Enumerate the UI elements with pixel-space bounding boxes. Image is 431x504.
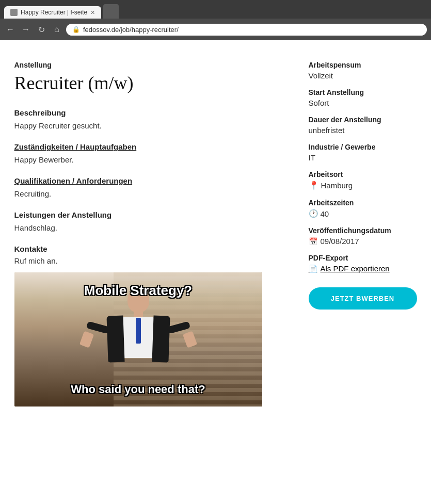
section-heading-leistungen: Leistungen der Anstellung xyxy=(14,210,288,219)
page-wrapper: Anstellung Recruiter (m/w) Beschreibung … xyxy=(0,40,431,504)
calendar-icon: 📅 xyxy=(309,237,317,246)
section-heading-zustaendigkeiten: Zuständigkeiten / Hauptaufgaben xyxy=(14,142,288,151)
apply-button[interactable]: JETZT BWERBEN xyxy=(309,287,417,310)
arbeitsort-container: 📍 Hamburg xyxy=(309,181,417,190)
meme-top-text: Mobile Strategy? xyxy=(84,283,192,299)
section-heading-beschreibung: Beschreibung xyxy=(14,108,288,117)
job-title: Recruiter (m/w) xyxy=(14,72,288,94)
meme-bottom-text: Who said you need that? xyxy=(71,383,205,396)
contact-text: Ruf mich an. xyxy=(14,256,288,265)
reload-button[interactable]: ↻ xyxy=(35,23,47,36)
dauer-label: Dauer der Anstellung xyxy=(309,116,417,124)
active-tab[interactable]: Happy Recruiter | f-seite ✕ xyxy=(4,6,101,19)
home-button[interactable]: ⌂ xyxy=(51,23,63,36)
pdf-export-link[interactable]: 📄 Als PDF exportieren xyxy=(309,264,417,273)
tab-title: Happy Recruiter | f-seite xyxy=(21,9,87,16)
tab-favicon-icon xyxy=(10,9,18,16)
section-text-qualifikationen: Recruiting. xyxy=(14,189,288,198)
veroeffentlichung-value: 09/08/2017 xyxy=(321,237,359,246)
section-text-zustaendigkeiten: Happy Bewerber. xyxy=(14,155,288,164)
industrie-label: Industrie / Gewerbe xyxy=(309,143,417,151)
arbeitszeiten-label: Arbeitszeiten xyxy=(309,199,417,207)
arbeitsort-label: Arbeitsort xyxy=(309,170,417,178)
pdf-link-text: Als PDF exportieren xyxy=(321,264,390,273)
pdf-label: PDF-Export xyxy=(309,254,417,262)
arbeitspensum-value: Vollzeit xyxy=(309,71,417,80)
main-content: Anstellung Recruiter (m/w) Beschreibung … xyxy=(14,61,288,484)
veroeffentlichung-container: 📅 09/08/2017 xyxy=(309,237,417,246)
dauer-value: unbefristet xyxy=(309,126,417,135)
content-container: Anstellung Recruiter (m/w) Beschreibung … xyxy=(14,61,417,484)
section-heading-qualifikationen: Qualifikationen / Anforderungen xyxy=(14,176,288,185)
clock-icon: 🕐 xyxy=(309,209,318,218)
contact-label: Kontakte xyxy=(14,245,288,253)
url-text: fedossov.de/job/happy-recruiter/ xyxy=(83,26,179,34)
section-text-leistungen: Handschlag. xyxy=(14,223,288,232)
sidebar: Arbeitspensum Vollzeit Start Anstellung … xyxy=(309,61,417,484)
veroeffentlichung-label: Veröffentlichungsdatum xyxy=(309,226,417,235)
arbeitszeiten-value: 40 xyxy=(321,209,329,218)
pdf-file-icon: 📄 xyxy=(309,265,317,273)
arbeitspensum-label: Arbeitspensum xyxy=(309,61,417,69)
lock-icon: 🔒 xyxy=(72,26,80,33)
new-tab-area xyxy=(103,4,119,19)
browser-chrome: Happy Recruiter | f-seite ✕ ← → ↻ ⌂ 🔒 fe… xyxy=(0,0,431,40)
section-text-beschreibung: Happy Recruiter gesucht. xyxy=(14,121,288,130)
address-bar[interactable]: 🔒 fedossov.de/job/happy-recruiter/ xyxy=(66,24,427,36)
browser-toolbar: ← → ↻ ⌂ 🔒 fedossov.de/job/happy-recruite… xyxy=(0,19,431,40)
tab-close-button[interactable]: ✕ xyxy=(90,9,95,16)
back-button[interactable]: ← xyxy=(4,23,17,36)
arbeitszeiten-container: 🕐 40 xyxy=(309,209,417,218)
location-pin-icon: 📍 xyxy=(309,181,319,190)
start-value: Sofort xyxy=(309,99,417,107)
meme-image: Mobile Strategy? Who said you need that? xyxy=(14,272,262,407)
arbeitsort-value: Hamburg xyxy=(321,181,353,190)
anstellung-label: Anstellung xyxy=(14,61,288,69)
industrie-value: IT xyxy=(309,153,417,162)
forward-button[interactable]: → xyxy=(20,23,32,36)
browser-tabs-bar: Happy Recruiter | f-seite ✕ xyxy=(0,0,431,19)
start-label: Start Anstellung xyxy=(309,88,417,96)
